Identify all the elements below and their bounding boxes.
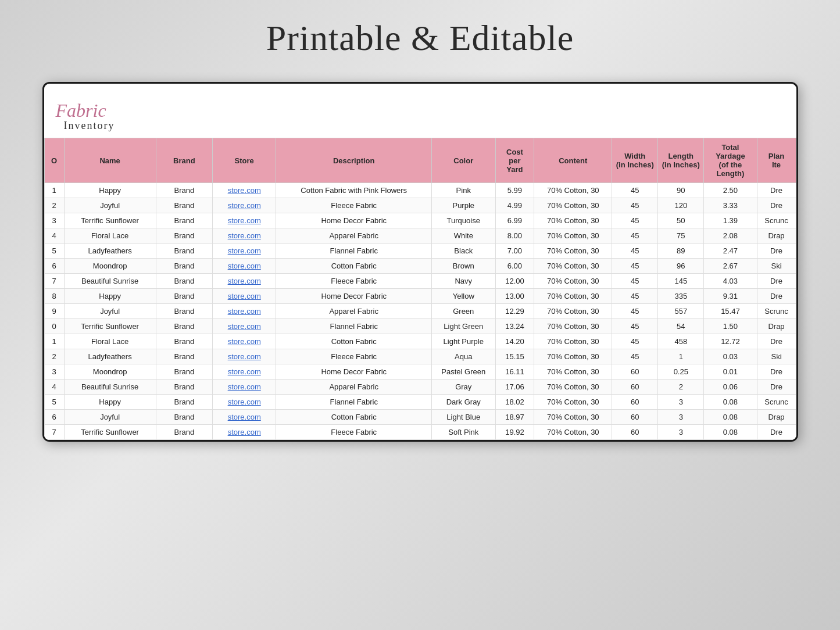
table-cell: Brand bbox=[156, 334, 212, 349]
table-cell: 4 bbox=[44, 380, 64, 395]
table-cell: Brand bbox=[156, 304, 212, 319]
table-cell: Cotton Fabric bbox=[276, 334, 432, 349]
table-cell: Moondrop bbox=[64, 259, 156, 274]
table-cell: 0.08 bbox=[704, 425, 757, 440]
table-cell: 70% Cotton, 30 bbox=[534, 349, 612, 364]
page-title: Printable & Editable bbox=[266, 17, 574, 59]
table-row: 4Floral LaceBrandstore.comApparel Fabric… bbox=[44, 228, 796, 244]
table-cell: Happy bbox=[64, 395, 156, 410]
header-row: O Name Brand Store Description Color Cos… bbox=[44, 138, 796, 183]
table-cell: Dre bbox=[757, 289, 796, 304]
table-cell: 18.02 bbox=[495, 395, 534, 410]
table-cell: Drap bbox=[757, 410, 796, 425]
table-cell: 60 bbox=[612, 425, 658, 440]
table-cell: 12.72 bbox=[704, 334, 757, 349]
table-cell: Aqua bbox=[432, 349, 495, 364]
table-cell: 7 bbox=[44, 274, 64, 289]
table-cell: Brand bbox=[156, 289, 212, 304]
table-cell: Cotton Fabric bbox=[276, 410, 432, 425]
table-cell: 45 bbox=[612, 244, 658, 259]
table-cell: 13.24 bbox=[495, 319, 534, 334]
table-row: 2JoyfulBrandstore.comFleece FabricPurple… bbox=[44, 198, 796, 213]
table-cell: store.com bbox=[212, 198, 276, 213]
table-cell: store.com bbox=[212, 319, 276, 334]
table-cell: 70% Cotton, 30 bbox=[534, 228, 612, 244]
table-cell: Dre bbox=[757, 380, 796, 395]
table-cell: Dre bbox=[757, 183, 796, 198]
table-cell: Flannel Fabric bbox=[276, 395, 432, 410]
table-row: 1Floral LaceBrandstore.comCotton FabricL… bbox=[44, 334, 796, 349]
table-row: 2LadyfeathersBrandstore.comFleece Fabric… bbox=[44, 349, 796, 364]
table-cell: 3 bbox=[658, 425, 704, 440]
table-cell: Brand bbox=[156, 395, 212, 410]
table-cell: 70% Cotton, 30 bbox=[534, 304, 612, 319]
table-cell: 45 bbox=[612, 319, 658, 334]
table-cell: 9.31 bbox=[704, 289, 757, 304]
table-cell: 45 bbox=[612, 198, 658, 213]
table-cell: 4.99 bbox=[495, 198, 534, 213]
table-cell: Brand bbox=[156, 425, 212, 440]
table-cell: store.com bbox=[212, 289, 276, 304]
table-cell: 70% Cotton, 30 bbox=[534, 213, 612, 228]
table-row: 9JoyfulBrandstore.comApparel FabricGreen… bbox=[44, 304, 796, 319]
table-cell: 15.47 bbox=[704, 304, 757, 319]
table-row: 3Terrific SunflowerBrandstore.comHome De… bbox=[44, 213, 796, 228]
table-cell: 16.11 bbox=[495, 364, 534, 380]
table-cell: Brand bbox=[156, 244, 212, 259]
table-cell: Brand bbox=[156, 319, 212, 334]
table-cell: Navy bbox=[432, 274, 495, 289]
table-row: 4Beautiful SunriseBrandstore.comApparel … bbox=[44, 380, 796, 395]
table-cell: store.com bbox=[212, 244, 276, 259]
table-cell: 1.39 bbox=[704, 213, 757, 228]
table-header: O Name Brand Store Description Color Cos… bbox=[44, 138, 796, 183]
table-cell: store.com bbox=[212, 259, 276, 274]
table-cell: Home Decor Fabric bbox=[276, 213, 432, 228]
table-body: 1HappyBrandstore.comCotton Fabric with P… bbox=[44, 183, 796, 440]
col-header-description: Description bbox=[276, 138, 432, 183]
table-cell: store.com bbox=[212, 349, 276, 364]
table-cell: Dre bbox=[757, 244, 796, 259]
table-cell: 2 bbox=[44, 349, 64, 364]
table-cell: 18.97 bbox=[495, 410, 534, 425]
table-cell: store.com bbox=[212, 213, 276, 228]
table-cell: 90 bbox=[658, 183, 704, 198]
table-cell: Light Purple bbox=[432, 334, 495, 349]
table-cell: Floral Lace bbox=[64, 334, 156, 349]
table-row: 6MoondropBrandstore.comCotton FabricBrow… bbox=[44, 259, 796, 274]
table-cell: 13.00 bbox=[495, 289, 534, 304]
col-header-color: Color bbox=[432, 138, 495, 183]
table-cell: Turquoise bbox=[432, 213, 495, 228]
table-cell: 9 bbox=[44, 304, 64, 319]
table-cell: 2 bbox=[44, 198, 64, 213]
table-cell: store.com bbox=[212, 183, 276, 198]
logo-fabric: Fabric bbox=[56, 101, 106, 120]
table-cell: Dre bbox=[757, 274, 796, 289]
table-row: 0Terrific SunflowerBrandstore.comFlannel… bbox=[44, 319, 796, 334]
table-cell: store.com bbox=[212, 228, 276, 244]
table-cell: Gray bbox=[432, 380, 495, 395]
table-cell: Dre bbox=[757, 364, 796, 380]
table-cell: Brand bbox=[156, 198, 212, 213]
table-cell: Floral Lace bbox=[64, 228, 156, 244]
table-cell: Yellow bbox=[432, 289, 495, 304]
table-cell: store.com bbox=[212, 425, 276, 440]
table-row: 5HappyBrandstore.comFlannel FabricDark G… bbox=[44, 395, 796, 410]
table-cell: 45 bbox=[612, 183, 658, 198]
table-cell: 0.08 bbox=[704, 410, 757, 425]
table-cell: 0.01 bbox=[704, 364, 757, 380]
table-cell: 70% Cotton, 30 bbox=[534, 183, 612, 198]
table-cell: 70% Cotton, 30 bbox=[534, 395, 612, 410]
table-cell: Brand bbox=[156, 349, 212, 364]
table-cell: 70% Cotton, 30 bbox=[534, 364, 612, 380]
table-cell: 50 bbox=[658, 213, 704, 228]
table-cell: 3 bbox=[44, 364, 64, 380]
table-cell: Pastel Green bbox=[432, 364, 495, 380]
table-cell: 70% Cotton, 30 bbox=[534, 198, 612, 213]
table-cell: Terrific Sunflower bbox=[64, 213, 156, 228]
logo-inventory: Inventory bbox=[64, 120, 115, 132]
table-cell: 7 bbox=[44, 425, 64, 440]
table-cell: 1 bbox=[44, 183, 64, 198]
table-cell: Fleece Fabric bbox=[276, 349, 432, 364]
table-cell: 70% Cotton, 30 bbox=[534, 425, 612, 440]
table-cell: 60 bbox=[612, 380, 658, 395]
